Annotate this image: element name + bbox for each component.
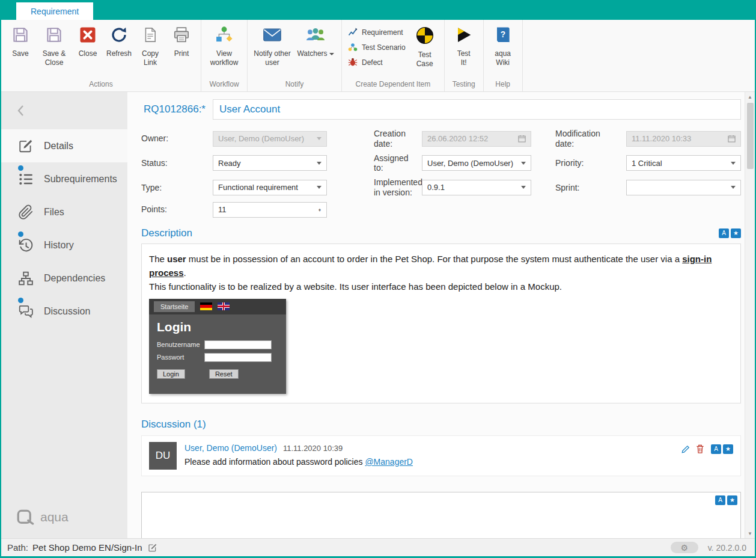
edit-path-icon[interactable]: [148, 543, 157, 553]
close-button[interactable]: Close: [72, 21, 103, 79]
title-input[interactable]: User Account: [213, 99, 741, 120]
edit-comment-icon[interactable]: [681, 444, 690, 453]
implemented-in-version-value: 0.9.1: [427, 183, 445, 192]
sidebar-item-subrequirements-label: Subrequirements: [44, 174, 117, 185]
mention-link[interactable]: @ManagerD: [365, 457, 413, 467]
sidebar-item-files[interactable]: Files: [1, 195, 127, 228]
aqua-logo: aqua: [1, 509, 127, 538]
create-test-case-button[interactable]: Test Case: [409, 21, 440, 79]
favorite-star-badge[interactable]: ★: [731, 228, 741, 238]
comment-author-link[interactable]: User, Demo (DemoUser): [184, 443, 277, 453]
close-icon: [79, 26, 97, 46]
modification-date-value: 11.11.2020 10:33: [632, 134, 691, 143]
paperclip-icon: [18, 204, 34, 220]
view-workflow-button[interactable]: View workflow: [205, 21, 243, 79]
refresh-button[interactable]: Refresh: [103, 21, 135, 79]
mockup-login-button: Login: [157, 369, 185, 379]
description-editor[interactable]: The user must be in possession of an acc…: [141, 244, 741, 403]
save-button[interactable]: Save: [5, 21, 36, 79]
group-label-workflow: Workflow: [205, 79, 243, 91]
create-test-scenario-button[interactable]: Test Scenario: [348, 42, 406, 53]
creation-date-label: Creation date:: [374, 129, 422, 149]
ribbon-group-notify: Notify other user Watchers Notify: [248, 20, 342, 91]
create-defect-label: Defect: [362, 58, 383, 67]
priority-dropdown[interactable]: 1 Critical: [626, 155, 741, 171]
points-input[interactable]: 11 ▲▼: [213, 202, 327, 218]
mockup-password-input: [204, 353, 272, 362]
sidebar-item-history[interactable]: History: [1, 228, 127, 262]
aqua-wiki-button[interactable]: ? aqua Wiki: [487, 21, 519, 79]
chevron-down-icon: [521, 186, 526, 189]
create-test-case-label: Test Case: [414, 51, 436, 69]
watchers-icon: [305, 26, 326, 46]
create-defect-button[interactable]: Defect: [348, 57, 406, 68]
group-label-create-dependent: Create Dependent Item: [346, 79, 440, 91]
calendar-icon: [728, 135, 736, 143]
mockup-username-label: Benutzername: [157, 341, 204, 348]
edit-details-icon: [18, 138, 34, 154]
comment-header: User, Demo (DemoUser) 11.11.2020 10:39: [184, 443, 413, 453]
implemented-in-version-dropdown[interactable]: 0.9.1: [422, 180, 531, 195]
assigned-to-label: Assigned to:: [374, 153, 422, 174]
aqua-logo-icon: [17, 509, 35, 525]
test-it-icon: [455, 26, 473, 46]
ribbon-group-workflow: View workflow Workflow: [201, 20, 248, 91]
scroll-up-arrow[interactable]: ▲: [745, 92, 755, 102]
ribbon-group-testing: Test It! Testing: [445, 20, 484, 91]
sidebar-item-details[interactable]: Details: [1, 129, 127, 162]
settings-gear-icon[interactable]: ⚙: [671, 542, 698, 553]
copy-link-button[interactable]: Copy Link: [135, 21, 166, 79]
test-it-button[interactable]: Test It!: [448, 21, 480, 79]
mockup-password-label: Passwort: [157, 354, 204, 361]
priority-label: Priority:: [555, 158, 626, 168]
type-dropdown[interactable]: Functional requirement: [213, 180, 327, 195]
collapse-sidebar-button[interactable]: [1, 92, 127, 129]
view-workflow-label: View workflow: [209, 49, 240, 67]
format-a-badge[interactable]: A: [719, 228, 729, 238]
sidebar-item-discussion[interactable]: Discussion: [1, 295, 127, 328]
comment-text: Please add information about password po…: [184, 457, 413, 467]
group-label-notify: Notify: [251, 79, 338, 91]
print-button[interactable]: Print: [166, 21, 197, 79]
scroll-down-arrow[interactable]: ▼: [745, 529, 755, 538]
vertical-scrollbar[interactable]: ▲ ▼: [745, 92, 755, 538]
new-comment-input[interactable]: A ★: [141, 492, 741, 538]
notify-other-user-button[interactable]: Notify other user: [251, 21, 293, 79]
copy-link-icon: [142, 26, 159, 46]
ribbon-group-actions: Save Save & Close Close Refresh Copy Lin…: [1, 20, 201, 91]
sidebar-item-files-label: Files: [44, 207, 64, 218]
requirement-icon: [348, 27, 358, 38]
delete-comment-icon[interactable]: [696, 444, 704, 453]
scrollbar-thumb[interactable]: [747, 103, 754, 169]
creation-date-field: 26.06.2020 12:52: [422, 131, 531, 147]
notification-dot: [18, 231, 23, 237]
sidebar-item-subrequirements[interactable]: Subrequirements: [1, 162, 127, 195]
statusbar: Path: Pet Shop Demo EN/Sign-In ⚙ v. 20.2…: [1, 538, 755, 556]
favorite-star-badge[interactable]: ★: [723, 444, 733, 454]
favorite-star-badge[interactable]: ★: [727, 495, 737, 505]
save-close-icon: [45, 26, 63, 46]
avatar: DU: [149, 442, 177, 470]
create-requirement-button[interactable]: Requirement: [348, 27, 406, 38]
mockup-header: Startseite: [149, 299, 286, 314]
assigned-to-dropdown[interactable]: User, Demo (DemoUser): [422, 155, 531, 171]
save-close-button[interactable]: Save & Close: [36, 21, 72, 79]
tab-requirement[interactable]: Requirement: [16, 2, 93, 20]
notification-dot: [18, 165, 23, 171]
format-a-badge[interactable]: A: [715, 495, 725, 505]
watchers-button[interactable]: Watchers: [293, 21, 338, 79]
ribbon-toolbar: Save Save & Close Close Refresh Copy Lin…: [1, 20, 755, 92]
print-icon: [172, 26, 191, 46]
uk-flag-icon: [218, 302, 230, 310]
status-dropdown[interactable]: Ready: [213, 155, 327, 171]
german-flag-icon: [200, 302, 212, 310]
implemented-in-version-label: Implemented in version:: [374, 177, 422, 198]
sidebar-item-dependencies[interactable]: Dependencies: [1, 262, 127, 295]
sprint-dropdown[interactable]: [626, 180, 741, 195]
path-value: Pet Shop Demo EN/Sign-In: [32, 542, 142, 553]
group-label-help: Help: [487, 79, 519, 91]
create-test-scenario-label: Test Scenario: [362, 43, 406, 52]
chat-bubbles-icon: [18, 304, 34, 319]
save-close-label: Save & Close: [38, 49, 70, 67]
format-a-badge[interactable]: A: [711, 444, 721, 454]
